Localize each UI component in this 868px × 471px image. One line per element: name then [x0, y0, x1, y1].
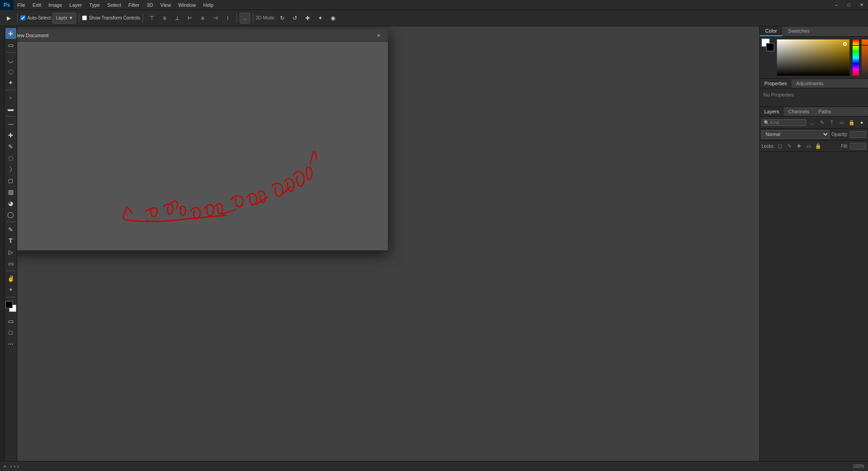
layers-collapse-icon[interactable]: ‹	[861, 107, 868, 116]
pen-tool[interactable]: ✎	[5, 224, 16, 235]
color-panel-collapse[interactable]: ‹	[865, 29, 866, 34]
auto-select-toggle[interactable]: Auto-Select:	[20, 15, 52, 20]
layer-type-label: Layer	[56, 15, 67, 20]
crop-tool[interactable]: ▫	[5, 92, 16, 103]
opacity-label: Opacity:	[831, 132, 848, 137]
healing-tool[interactable]: ✚	[5, 130, 16, 141]
layer-filter-toggle[interactable]: ●	[857, 118, 866, 127]
zoom-icon: ⌖	[9, 286, 12, 293]
eraser-tool[interactable]: ◻	[5, 175, 16, 186]
text-tool[interactable]: T	[5, 235, 16, 246]
align-right-btn[interactable]: ⊣	[209, 13, 221, 24]
menu-select[interactable]: Select	[104, 0, 125, 10]
gradient-tool[interactable]: ▨	[5, 186, 16, 197]
maximize-button[interactable]: □	[843, 0, 855, 10]
more-options-btn[interactable]: ...	[240, 13, 250, 24]
frame-tool[interactable]: ▬	[5, 103, 16, 114]
magic-wand-tool[interactable]: ✦	[5, 77, 16, 88]
menu-image[interactable]: Image	[45, 0, 66, 10]
foreground-color-swatch[interactable]	[5, 301, 13, 308]
rectangle-select-tool[interactable]: ◡	[5, 54, 16, 65]
screen-mode-tool[interactable]: □	[5, 327, 16, 338]
dodge-tool[interactable]: ◯	[5, 209, 16, 220]
3d-roll-btn[interactable]: ↺	[289, 13, 301, 24]
properties-tab[interactable]: Properties	[760, 79, 791, 88]
auto-select-checkbox[interactable]	[20, 15, 25, 20]
3d-scale-btn[interactable]: ◉	[327, 13, 339, 24]
menu-file[interactable]: File	[14, 0, 29, 10]
lock-artboards-icon[interactable]: ▭	[805, 142, 813, 150]
history-brush-tool[interactable]: 〉	[5, 164, 16, 175]
alpha-strip[interactable]	[862, 39, 868, 76]
adjustments-tab[interactable]: Adjustments	[791, 79, 828, 88]
lasso-tool[interactable]: ◌	[5, 66, 16, 77]
layers-search-box[interactable]: 🔍	[762, 119, 806, 126]
3d-pan-btn[interactable]: ✚	[302, 13, 313, 24]
paths-tab[interactable]: Paths	[814, 107, 836, 116]
layer-filter-lock[interactable]: 🔒	[847, 118, 856, 127]
lock-position-icon[interactable]: ✚	[795, 142, 803, 150]
3d-rotate-btn[interactable]: ↻	[276, 13, 288, 24]
quick-mask-tool[interactable]: ▭	[5, 316, 16, 326]
move-tool[interactable]: ✚	[5, 28, 16, 39]
eyedropper-tool[interactable]: ⸻	[5, 118, 16, 129]
distribute-btn[interactable]: ⁞	[222, 13, 234, 24]
align-left-btn[interactable]: ⊢	[184, 13, 196, 24]
align-top-btn[interactable]: ⊤	[146, 13, 158, 24]
color-tab[interactable]: Color	[760, 26, 782, 36]
menu-type[interactable]: Type	[86, 0, 104, 10]
layer-filter-kind[interactable]: ◡	[807, 118, 816, 127]
clone-tool[interactable]: ◌	[5, 152, 16, 163]
align-vcenter-btn[interactable]: ≡	[159, 13, 170, 24]
close-button[interactable]: ✕	[855, 0, 868, 10]
menu-layer[interactable]: Layer	[66, 0, 86, 10]
layer-filter-edit[interactable]: ✎	[817, 118, 826, 127]
show-transform-toggle[interactable]: Show Transform Controls	[82, 15, 140, 20]
lock-transparency-icon[interactable]: ◻	[776, 142, 784, 150]
layers-content	[760, 152, 868, 471]
shape-tool[interactable]: ▭	[5, 258, 16, 269]
lock-all-icon[interactable]: 🔒	[814, 142, 822, 150]
fill-label: Fill:	[841, 144, 848, 149]
menu-view[interactable]: View	[157, 0, 175, 10]
hand-tool[interactable]: ✌	[5, 273, 16, 284]
layers-search-input[interactable]	[770, 120, 804, 125]
show-transform-checkbox[interactable]	[82, 15, 87, 20]
layers-tab[interactable]: Layers	[760, 107, 784, 116]
dialog-close-button[interactable]: ×	[374, 31, 383, 40]
layer-filter-art[interactable]: T	[827, 118, 836, 127]
menu-window[interactable]: Window	[174, 0, 199, 10]
swatches-tab[interactable]: Swatches	[782, 26, 815, 36]
props-collapse-icon[interactable]: ‹	[865, 79, 866, 84]
hue-strip[interactable]	[853, 39, 859, 76]
color-spectrum[interactable]	[777, 39, 849, 76]
left-collapse-bar[interactable]: ‹	[0, 26, 5, 471]
fill-input[interactable]	[850, 143, 866, 150]
menu-edit[interactable]: Edit	[29, 0, 45, 10]
align-hcenter-btn[interactable]: ≡	[197, 13, 208, 24]
zoom-tool[interactable]: ⌖	[5, 284, 16, 295]
toolbar-arrow-icon[interactable]: ▶	[3, 13, 14, 24]
menu-help[interactable]: Help	[200, 0, 217, 10]
layer-type-dropdown[interactable]: Layer ▼	[53, 13, 76, 24]
minimize-button[interactable]: –	[830, 0, 843, 10]
more-tools-btn[interactable]: ⋯	[5, 338, 16, 349]
blur-tool[interactable]: ◕	[5, 198, 16, 209]
3d-slide-btn[interactable]: ✦	[314, 13, 326, 24]
bg-mini-swatch[interactable]	[766, 43, 774, 51]
path-selection-tool[interactable]: ▷	[5, 247, 16, 257]
align-bottom-btn[interactable]: ⊥	[171, 13, 183, 24]
opacity-input[interactable]	[850, 131, 866, 138]
text-icon: T	[9, 237, 13, 244]
lock-image-icon[interactable]: ✎	[786, 142, 794, 150]
channels-tab[interactable]: Channels	[784, 107, 814, 116]
layer-filter-smart[interactable]: ▭	[837, 118, 846, 127]
options-toolbar: ▶ Auto-Select: Layer ▼ Show Transform Co…	[0, 10, 868, 26]
menu-3d[interactable]: 3D	[143, 0, 157, 10]
artboard-tool[interactable]: ▭	[5, 39, 16, 50]
menu-filter[interactable]: Filter	[125, 0, 143, 10]
locks-label: Locks:	[762, 144, 775, 149]
brush-tool[interactable]: ✎	[5, 141, 16, 152]
blend-mode-select[interactable]: Normal Dissolve Multiply Screen Overlay	[762, 130, 829, 139]
color-swatches	[5, 301, 16, 312]
